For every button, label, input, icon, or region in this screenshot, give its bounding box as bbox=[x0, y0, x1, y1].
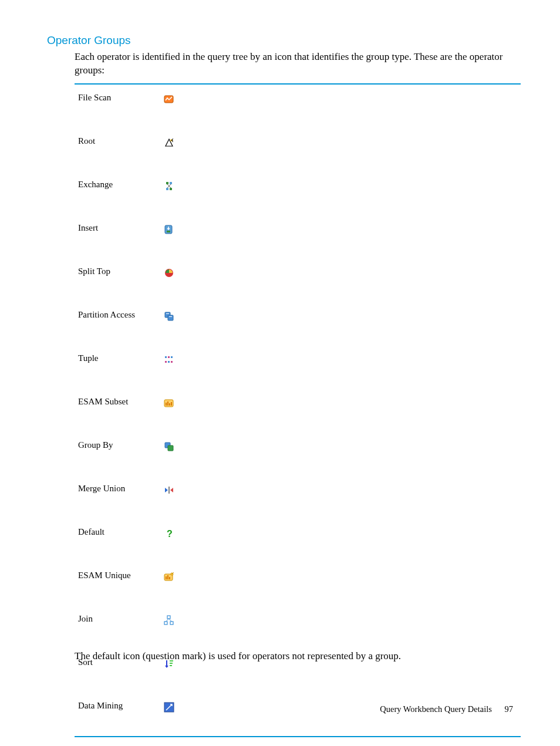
svg-rect-35 bbox=[166, 576, 167, 579]
svg-rect-22 bbox=[171, 361, 173, 363]
svg-rect-24 bbox=[166, 403, 167, 406]
partition-access-icon bbox=[164, 311, 174, 322]
table-row: Exchange bbox=[75, 171, 521, 215]
footnote-paragraph: The default icon (question mark) is used… bbox=[75, 650, 521, 662]
group-label: ESAM Unique bbox=[75, 562, 164, 606]
split-top-icon bbox=[164, 268, 174, 278]
svg-rect-15 bbox=[166, 313, 169, 314]
esam-unique-icon bbox=[164, 572, 174, 582]
svg-rect-37 bbox=[169, 577, 170, 579]
table-row: ESAM Unique bbox=[75, 562, 521, 606]
footer-section: Query Workbench Query Details bbox=[380, 704, 492, 714]
tuple-icon bbox=[164, 355, 174, 365]
table-row: File Scan bbox=[75, 85, 521, 128]
svg-marker-30 bbox=[165, 488, 168, 492]
intro-paragraph: Each operator is identified in the query… bbox=[75, 50, 521, 77]
svg-rect-29 bbox=[168, 445, 173, 451]
root-icon bbox=[164, 137, 174, 148]
table-row: ESAM Subset bbox=[75, 389, 521, 432]
group-label: Join bbox=[75, 606, 164, 649]
svg-rect-16 bbox=[169, 316, 172, 317]
footer-page-number: 97 bbox=[505, 704, 514, 714]
merge-union-icon bbox=[164, 485, 174, 495]
table-row: Data Mining bbox=[75, 693, 521, 736]
svg-rect-27 bbox=[171, 402, 172, 406]
table-row: Insert bbox=[75, 215, 521, 258]
esam-subset-icon bbox=[164, 398, 174, 409]
svg-rect-14 bbox=[168, 315, 173, 320]
svg-rect-21 bbox=[168, 361, 170, 363]
svg-marker-46 bbox=[165, 666, 168, 668]
svg-rect-26 bbox=[169, 403, 170, 406]
group-label: Partition Access bbox=[75, 302, 164, 345]
operator-groups-table: File Scan Root Exchange bbox=[75, 83, 521, 737]
table-row: Default ? bbox=[75, 519, 521, 562]
section-heading: Operator Groups bbox=[47, 34, 131, 47]
svg-rect-11 bbox=[167, 231, 170, 232]
table-row: Split Top bbox=[75, 258, 521, 302]
svg-rect-8 bbox=[166, 188, 168, 190]
svg-rect-42 bbox=[170, 622, 173, 625]
group-label: Data Mining bbox=[75, 693, 164, 736]
group-label: File Scan bbox=[75, 85, 164, 128]
group-label: Tuple bbox=[75, 345, 164, 389]
exchange-icon bbox=[164, 181, 174, 191]
svg-rect-40 bbox=[167, 616, 170, 619]
group-label: ESAM Subset bbox=[75, 389, 164, 432]
svg-rect-48 bbox=[170, 663, 173, 664]
group-by-icon bbox=[164, 441, 174, 452]
group-label: Insert bbox=[75, 215, 164, 258]
table-row: Root bbox=[75, 128, 521, 171]
group-label: Default bbox=[75, 519, 164, 562]
table-row: Join bbox=[75, 606, 521, 649]
svg-rect-36 bbox=[167, 575, 168, 579]
table-row: Partition Access bbox=[75, 302, 521, 345]
insert-icon bbox=[164, 224, 174, 235]
svg-rect-17 bbox=[165, 356, 167, 358]
svg-rect-20 bbox=[165, 361, 167, 363]
table-row: Tuple bbox=[75, 345, 521, 389]
svg-line-43 bbox=[166, 619, 169, 622]
group-label: Split Top bbox=[75, 258, 164, 302]
svg-rect-25 bbox=[167, 401, 168, 406]
table-row: Merge Union bbox=[75, 475, 521, 519]
svg-rect-41 bbox=[164, 622, 167, 625]
group-label: Exchange bbox=[75, 171, 164, 215]
group-label: Group By bbox=[75, 432, 164, 475]
group-label: Merge Union bbox=[75, 475, 164, 519]
svg-rect-49 bbox=[170, 665, 172, 666]
group-label: Root bbox=[75, 128, 164, 171]
file-scan-icon bbox=[164, 94, 174, 104]
svg-text:?: ? bbox=[167, 529, 173, 539]
svg-rect-19 bbox=[171, 356, 173, 358]
svg-rect-9 bbox=[170, 188, 172, 190]
page-footer: Query Workbench Query Details 97 bbox=[0, 704, 560, 714]
svg-marker-31 bbox=[170, 488, 173, 492]
join-icon bbox=[164, 615, 174, 626]
svg-rect-7 bbox=[170, 182, 172, 184]
svg-rect-6 bbox=[166, 182, 168, 184]
default-icon: ? bbox=[164, 528, 174, 539]
table-row: Group By bbox=[75, 432, 521, 475]
svg-rect-18 bbox=[168, 356, 170, 358]
svg-line-44 bbox=[169, 619, 172, 622]
table-bottom-rule bbox=[75, 736, 521, 737]
